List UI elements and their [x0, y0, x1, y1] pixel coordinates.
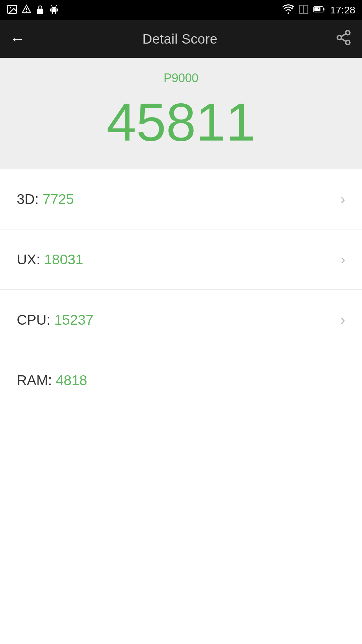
status-bar: 17:28 [0, 0, 362, 20]
score-list: 3D: 7725 › UX: 18031 › CPU: 15237 › RAM:… [0, 169, 362, 411]
score-value-3d: 7725 [43, 191, 74, 207]
svg-line-22 [341, 34, 346, 36]
chevron-icon-3d: › [341, 191, 345, 207]
svg-line-12 [56, 5, 57, 6]
app-bar: ← Detail Score [0, 20, 362, 58]
svg-point-1 [10, 7, 11, 8]
score-value-ram: 4818 [56, 372, 87, 388]
svg-rect-16 [323, 8, 324, 10]
svg-rect-17 [314, 7, 320, 11]
score-label-ram: RAM: 4818 [17, 372, 87, 388]
status-bar-left-icons [7, 4, 59, 16]
chevron-icon-ux: › [341, 252, 345, 268]
page-title: Detail Score [142, 32, 218, 47]
back-button[interactable]: ← [10, 31, 25, 47]
svg-point-3 [26, 11, 27, 12]
score-label-ux: UX: 18031 [17, 252, 83, 268]
svg-point-6 [55, 8, 56, 9]
sim-icon [299, 4, 309, 16]
lock-icon [36, 4, 45, 16]
share-button[interactable] [335, 29, 352, 49]
status-time: 17:28 [330, 4, 355, 16]
score-item-ux[interactable]: UX: 18031 › [0, 229, 362, 290]
score-item-3d[interactable]: 3D: 7725 › [0, 169, 362, 229]
wifi-icon [283, 4, 294, 16]
score-label-3d: 3D: 7725 [17, 191, 74, 207]
score-item-ram[interactable]: RAM: 4818 [0, 350, 362, 411]
chevron-icon-cpu: › [341, 312, 345, 328]
svg-point-5 [52, 8, 53, 9]
score-value-ux: 18031 [44, 252, 83, 267]
total-score: 45811 [107, 95, 256, 149]
score-item-cpu[interactable]: CPU: 15237 › [0, 290, 362, 350]
android-icon [49, 4, 59, 16]
svg-rect-4 [37, 8, 43, 14]
battery-icon [313, 5, 325, 16]
score-header: P9000 45811 [0, 58, 362, 169]
svg-line-11 [51, 5, 52, 6]
image-icon [7, 4, 17, 16]
svg-line-21 [341, 39, 346, 41]
device-name: P9000 [164, 71, 198, 85]
status-bar-right-icons: 17:28 [283, 4, 355, 16]
score-label-cpu: CPU: 15237 [17, 312, 94, 328]
alert-icon [21, 4, 32, 16]
score-value-cpu: 15237 [54, 312, 94, 328]
share-icon [335, 29, 352, 46]
